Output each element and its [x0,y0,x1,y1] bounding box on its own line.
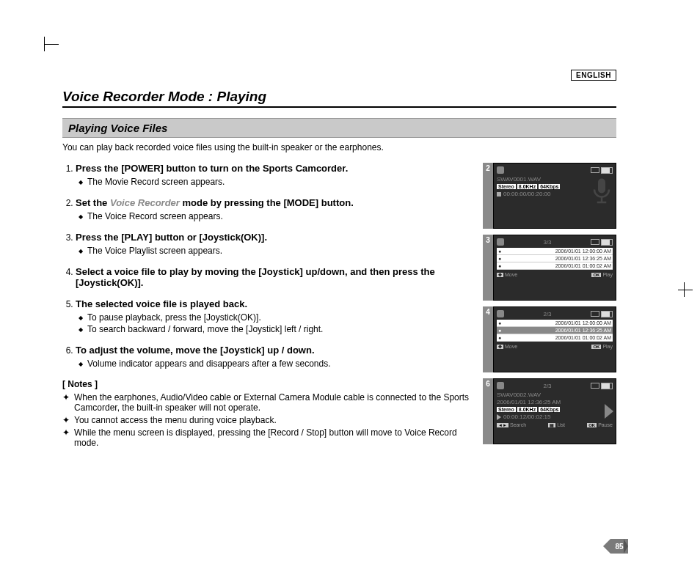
page-number-badge: 85 [610,539,628,554]
step-3: Press the [PLAY] button or [Joystick(OK)… [76,232,470,256]
list-item: ●2006/01/01 01:00:02 AM [497,334,613,342]
note-item: You cannot access the menu during voice … [62,415,470,425]
play-overlay-icon [605,404,613,419]
steps-list: Press the [POWER] button to turn on the … [62,163,470,369]
crop-mark [684,282,685,297]
hint-bar: ✥MoveOKPlay [497,344,613,349]
list-icon: ▤ [548,423,555,427]
step-sub: The Voice Playlist screen appears. [79,246,470,256]
lcd-screen: 2/3 SWAV0002.WAV 2006/01/01 12:36:25 AM … [493,378,616,444]
hint-bar: ◄►Search▤ListOKPause [497,422,613,427]
mic-icon: ● [498,263,501,268]
dpad-icon: ✥ [497,273,503,277]
ok-icon: OK [587,423,597,427]
step-sub: The Movie Record screen appears. [79,177,470,187]
intro-text: You can play back recorded voice files u… [62,142,616,152]
mic-icon [497,382,504,389]
file-counter: 3/3 [543,239,551,246]
lcd-screen: 2/3 ●2006/01/01 12:00:00 AM ●2006/01/01 … [493,306,616,372]
battery-icon [591,167,613,174]
playlist: ●2006/01/01 12:00:00 AM ●2006/01/01 12:3… [497,320,613,342]
section-subtitle: Playing Voice Files [62,118,616,138]
note-item: While the menu screen is displayed, pres… [62,427,470,448]
language-badge: ENGLISH [571,70,616,81]
step-2: Set the Voice Recorder mode by pressing … [76,197,470,221]
step-head: Set the Voice Recorder mode by pressing … [76,197,354,208]
audio-format-pills: Stereo8.0KHz64Kbps [497,407,613,412]
lcd-screen: 3/3 ●2006/01/01 12:00:00 AM ●2006/01/01 … [493,235,616,301]
mic-watermark-icon [591,177,613,206]
manual-page: ENGLISH Voice Recorder Mode : Playing Pl… [62,70,616,450]
step-1: Press the [POWER] button to turn on the … [76,163,470,187]
crop-mark [44,37,45,51]
stop-icon [497,192,501,196]
steps-column: Press the [POWER] button to turn on the … [62,163,470,450]
mic-icon: ● [498,328,501,333]
page-title: Voice Recorder Mode : Playing [62,84,616,108]
notes-list: When the earphones, Audio/Video cable or… [62,392,470,448]
mic-icon [497,166,504,174]
mic-icon [497,310,504,317]
lr-icon: ◄► [497,423,508,427]
step-sub: To pause playback, press the [Joystick(O… [79,312,470,323]
step-sub: The Voice Record screen appears. [79,211,470,221]
mic-icon: ● [498,320,501,326]
screen-6: 6 2/3 SWAV0002.WAV 2006/01/01 12:36:25 A… [483,378,616,444]
list-item: ●2006/01/01 12:00:00 AM [497,248,613,255]
list-item: ●2006/01/01 01:00:02 AM [497,262,613,270]
battery-icon [591,239,613,246]
step-4: Select a voice file to play by moving th… [76,266,470,288]
file-date: 2006/01/01 12:36:25 AM [497,399,613,405]
file-counter: 2/3 [543,311,551,317]
step-head: Press the [POWER] button to turn on the … [76,163,348,174]
step-5: The selected voice file is played back. … [76,298,470,334]
list-item-selected: ●2006/01/01 12:36:25 AM [497,327,613,334]
svg-rect-0 [598,179,605,194]
step-sub: Volume indicator appears and disappears … [79,359,470,369]
screen-number: 6 [483,378,493,444]
mic-icon: ● [498,335,501,340]
list-item: ●2006/01/01 12:36:25 AM [497,255,613,262]
play-icon [497,414,501,420]
ok-icon: OK [591,273,601,277]
step-head: Select a voice file to play by moving th… [76,266,435,288]
screen-number: 2 [483,163,493,229]
mic-icon: ● [498,256,501,261]
note-item: When the earphones, Audio/Video cable or… [62,392,470,413]
mic-icon: ● [498,249,501,254]
step-head: To adjust the volume, move the [Joystick… [76,345,315,356]
notes-heading: [ Notes ] [62,379,470,389]
battery-icon [591,311,613,317]
time-counter: 00:00:12/00:02:15 [497,414,613,420]
filename: SWAV0002.WAV [497,392,613,398]
step-6: To adjust the volume, move the [Joystick… [76,345,470,369]
crop-mark [678,290,693,291]
list-item: ●2006/01/01 12:00:00 AM [497,320,613,327]
hint-bar: ✥MoveOKPlay [497,272,613,277]
file-counter: 2/3 [543,383,551,389]
step-head: The selected voice file is played back. [76,298,247,309]
playlist: ●2006/01/01 12:00:00 AM ●2006/01/01 12:3… [497,248,613,270]
mic-icon [497,238,504,246]
screens-column: 2 SWAV0001.WAV Stereo8.0KHz64Kbps 00:00:… [483,163,616,450]
dpad-icon: ✥ [497,345,503,349]
screen-number: 4 [483,306,493,372]
step-sub: To search backward / forward, move the [… [79,324,470,334]
battery-icon [591,383,613,389]
lcd-screen: SWAV0001.WAV Stereo8.0KHz64Kbps 00:00:00… [493,163,616,229]
crop-mark [44,44,59,45]
screen-2: 2 SWAV0001.WAV Stereo8.0KHz64Kbps 00:00:… [483,163,616,229]
screen-number: 3 [483,235,493,301]
step-head: Press the [PLAY] button or [Joystick(OK)… [76,232,267,243]
ok-icon: OK [591,345,601,349]
screen-4: 4 2/3 ●2006/01/01 12:00:00 AM ●2006/01/0… [483,306,616,372]
screen-3: 3 3/3 ●2006/01/01 12:00:00 AM ●2006/01/0… [483,235,616,301]
